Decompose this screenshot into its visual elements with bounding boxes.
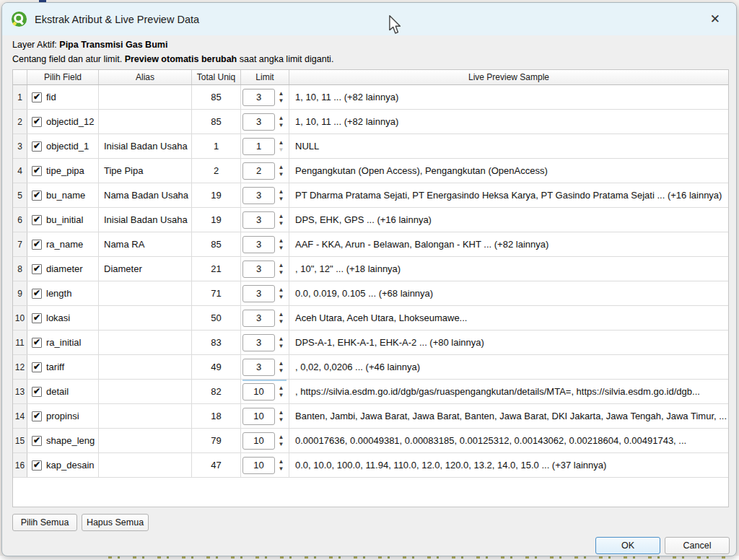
spin-up-icon[interactable]: ▲	[279, 189, 284, 194]
spin-up-icon[interactable]: ▲	[279, 459, 284, 464]
close-icon[interactable]: ✕	[706, 10, 725, 28]
spin-up-icon[interactable]: ▲	[279, 165, 284, 170]
field-checkbox[interactable]: ✔	[32, 141, 42, 152]
field-checkbox[interactable]: ✔	[32, 387, 42, 397]
limit-input[interactable]: 3	[242, 285, 275, 302]
table-row[interactable]: 8 ✔ diameter Diameter 21 3 ▲ ▼ ,	[13, 257, 728, 281]
table-row[interactable]: 1 ✔ fid 85 3 ▲ ▼ 1, 10, 11 ...	[13, 85, 728, 110]
table-row[interactable]: 9 ✔ length 71 3 ▲ ▼ 0.0, 0.019,	[13, 281, 728, 306]
spin-down-icon[interactable]: ▼	[279, 221, 284, 226]
table-row[interactable]: 15 ✔ shape_leng 79 10 ▲ ▼ 0.000	[13, 429, 728, 453]
limit-spinbox: 10 ▲ ▼	[242, 457, 287, 474]
limit-input[interactable]: 3	[242, 187, 275, 204]
spin-down-icon[interactable]: ▼	[279, 442, 284, 447]
limit-input[interactable]: 3	[242, 261, 275, 278]
table-row[interactable]: 10 ✔ lokasi 50 3 ▲ ▼ Aceh Utara	[13, 306, 728, 331]
field-checkbox[interactable]: ✔	[32, 92, 42, 102]
spin-down-icon[interactable]: ▼	[279, 344, 284, 349]
field-checkbox[interactable]: ✔	[32, 338, 42, 348]
field-checkbox[interactable]: ✔	[32, 215, 42, 225]
limit-cell: 1 ▲ ▼	[241, 134, 289, 158]
spin-down-icon[interactable]: ▼	[279, 466, 284, 471]
header-pilih-field[interactable]: Pilih Field	[27, 70, 99, 84]
hint-line: Centang field dan atur limit. Preview ot…	[12, 54, 333, 64]
spin-down-icon[interactable]: ▼	[279, 196, 284, 201]
spin-up-icon[interactable]: ▲	[279, 434, 284, 439]
spin-up-icon[interactable]: ▲	[279, 410, 284, 415]
limit-input[interactable]: 3	[242, 113, 275, 131]
spin-down-icon[interactable]: ▼	[279, 417, 284, 422]
spin-down-icon[interactable]: ▼	[279, 123, 284, 128]
limit-input[interactable]: 3	[242, 211, 275, 229]
spin-up-icon[interactable]: ▲	[279, 385, 284, 390]
spin-up-icon[interactable]: ▲	[279, 140, 284, 145]
field-checkbox[interactable]: ✔	[32, 117, 42, 127]
field-checkbox[interactable]: ✔	[32, 191, 42, 201]
limit-input[interactable]: 3	[242, 89, 275, 106]
spin-down-icon[interactable]: ▼	[279, 294, 284, 299]
field-checkbox[interactable]: ✔	[32, 289, 42, 299]
spin-up-icon[interactable]: ▲	[279, 336, 284, 341]
spin-up-icon[interactable]: ▲	[279, 214, 284, 219]
spin-down-icon[interactable]: ▼	[279, 368, 284, 373]
clear-all-button[interactable]: Hapus Semua	[82, 514, 149, 531]
spin-down-icon[interactable]: ▼	[279, 393, 284, 398]
field-checkbox[interactable]: ✔	[32, 460, 42, 471]
table-row[interactable]: 4 ✔ tipe_pipa Tipe Pipa 2 2 ▲ ▼	[13, 159, 728, 183]
limit-spin-arrows: ▲ ▼	[275, 165, 287, 177]
field-checkbox[interactable]: ✔	[32, 240, 42, 250]
header-alias[interactable]: Alias	[99, 70, 192, 84]
header-limit[interactable]: Limit	[241, 70, 289, 84]
table-row[interactable]: 3 ✔ objectid_1 Inisial Badan Usaha 1 1 ▲…	[13, 134, 728, 159]
spin-up-icon[interactable]: ▲	[279, 312, 284, 317]
field-checkbox[interactable]: ✔	[32, 411, 42, 421]
table-row[interactable]: 12 ✔ tariff 49 3 ▲ ▼ , 0,02, 0,	[13, 355, 728, 380]
spin-down-icon[interactable]: ▼	[279, 245, 284, 250]
limit-cell: 10 ▲ ▼	[241, 380, 289, 403]
header-total-uniq[interactable]: Total Uniq	[192, 70, 241, 84]
field-checkbox[interactable]: ✔	[32, 264, 42, 274]
limit-input[interactable]: 3	[242, 334, 275, 351]
table-row[interactable]: 11 ✔ ra_initial 83 3 ▲ ▼ DPS-A-	[13, 331, 728, 355]
field-checkbox[interactable]: ✔	[32, 313, 42, 323]
table-row[interactable]: 16 ✔ kap_desain 47 10 ▲ ▼ 0.0,	[13, 453, 728, 478]
limit-input[interactable]: 2	[242, 162, 275, 180]
limit-input[interactable]: 10	[242, 432, 275, 450]
limit-input[interactable]: 3	[242, 236, 275, 253]
spin-up-icon[interactable]: ▲	[279, 115, 284, 121]
spin-down-icon[interactable]: ▼	[279, 172, 284, 177]
spin-down-icon[interactable]: ▼	[279, 147, 284, 152]
table-row[interactable]: 2 ✔ objectid_12 85 3 ▲ ▼ 1, 10,	[13, 110, 728, 134]
table-row[interactable]: 7 ✔ ra_name Nama RA 85 3 ▲ ▼ AAF	[13, 232, 728, 257]
cancel-button[interactable]: Cancel	[665, 537, 730, 554]
table-row[interactable]: 6 ✔ bu_initial Inisial Badan Usaha 19 3 …	[13, 208, 728, 232]
limit-input[interactable]: 10	[242, 457, 275, 474]
field-alias: Tipe Pipa	[99, 159, 192, 183]
limit-input[interactable]: 3	[242, 359, 275, 376]
limit-input[interactable]: 10	[242, 383, 275, 401]
select-all-button[interactable]: Pilih Semua	[12, 514, 77, 531]
spin-down-icon[interactable]: ▼	[279, 270, 284, 275]
table-row[interactable]: 5 ✔ bu_name Nama Badan Usaha 19 3 ▲ ▼	[13, 183, 728, 208]
ok-button[interactable]: OK	[595, 537, 660, 554]
spin-up-icon[interactable]: ▲	[279, 238, 284, 243]
limit-input[interactable]: 1	[242, 138, 275, 155]
spin-up-icon[interactable]: ▲	[279, 361, 284, 366]
spin-up-icon[interactable]: ▲	[279, 287, 284, 292]
table-row[interactable]: 13 ✔ detail 82 10 ▲ ▼ , https:/	[13, 380, 728, 404]
spin-up-icon[interactable]: ▲	[279, 91, 284, 96]
extract-attributes-dialog: Ekstrak Atribut & Live Preview Data ✕ La…	[1, 2, 737, 556]
field-cell: ✔ length	[27, 281, 99, 305]
dialog-titlebar[interactable]: Ekstrak Atribut & Live Preview Data ✕	[2, 3, 736, 35]
table-row[interactable]: 14 ✔ propinsi 18 10 ▲ ▼ Banten,	[13, 404, 728, 429]
field-checkbox[interactable]: ✔	[32, 362, 42, 372]
spin-down-icon[interactable]: ▼	[279, 319, 284, 324]
limit-input[interactable]: 3	[242, 310, 275, 327]
spin-down-icon[interactable]: ▼	[279, 98, 284, 103]
limit-spin-arrows: ▲ ▼	[275, 287, 287, 299]
field-checkbox[interactable]: ✔	[32, 166, 42, 176]
spin-up-icon[interactable]: ▲	[279, 263, 284, 268]
header-live-preview[interactable]: Live Preview Sample	[289, 70, 728, 84]
field-checkbox[interactable]: ✔	[32, 436, 42, 446]
limit-input[interactable]: 10	[242, 408, 275, 425]
